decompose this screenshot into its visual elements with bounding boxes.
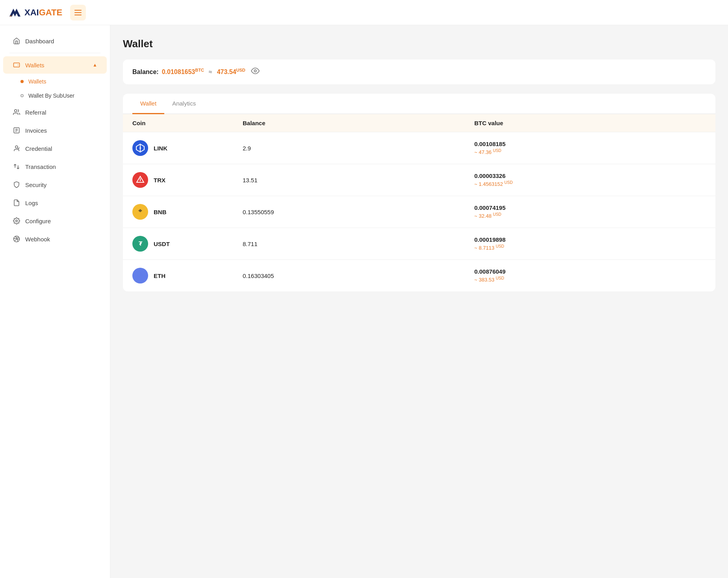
sidebar-label-referral: Referral — [25, 109, 46, 116]
table-row: LINK 2.9 0.00108185 ~ 47.36 USD — [123, 132, 715, 164]
shield-icon — [13, 181, 20, 189]
btc-value-eth: 0.00876049 ~ 383.53 USD — [474, 268, 706, 283]
wallets-expand-icon: ▲ — [93, 62, 97, 68]
wallet-icon — [13, 61, 20, 69]
balance-usd-value: 473.54USD — [217, 68, 245, 76]
sidebar-item-dashboard[interactable]: Dashboard — [3, 32, 107, 50]
sidebar-item-webhook[interactable]: Webhook — [3, 230, 107, 248]
coin-cell-link: LINK — [132, 140, 243, 156]
btc-value-usdt: 0.00019898 ~ 8.7113 USD — [474, 236, 706, 251]
sidebar-item-wallets[interactable]: Wallets ▲ — [3, 56, 107, 74]
balance-value-usdt: 8.711 — [243, 241, 474, 247]
col-balance: Balance — [243, 120, 474, 126]
btc-value-bnb: 0.00074195 ~ 32.48 USD — [474, 204, 706, 219]
btc-main-value: 0.00876049 — [474, 268, 706, 275]
usd-approx-value: ~ 1.4563152 USD — [474, 180, 706, 187]
tabs: Wallet Analytics — [123, 94, 715, 114]
menu-button[interactable] — [70, 5, 86, 20]
coin-logo-eth — [132, 268, 148, 283]
coin-logo-bnb — [132, 204, 148, 220]
balance-label: Balance: — [132, 69, 159, 76]
sidebar-sub-walletbysubuser-label: Wallet By SubUser — [28, 93, 74, 99]
svg-marker-0 — [9, 9, 20, 17]
coin-name-usdt: USDT — [154, 241, 170, 247]
coin-logo-link — [132, 140, 148, 156]
webhook-icon — [13, 235, 20, 243]
sidebar-item-credential[interactable]: Credential — [3, 140, 107, 157]
sidebar-divider-1 — [9, 53, 100, 53]
table-row: BNB 0.13550559 0.00074195 ~ 32.48 USD — [123, 196, 715, 228]
sidebar-item-referral[interactable]: Referral — [3, 104, 107, 121]
table-header: Coin Balance BTC value — [123, 114, 715, 132]
sidebar-label-logs: Logs — [25, 200, 38, 206]
balance-approx: ≈ — [209, 69, 212, 76]
usd-approx-value: ~ 8.7113 USD — [474, 244, 706, 251]
sidebar-label-configure: Configure — [25, 218, 51, 224]
coin-name-bnb: BNB — [154, 209, 167, 215]
sidebar-label-credential: Credential — [25, 145, 52, 152]
svg-point-8 — [15, 146, 18, 148]
credential-icon — [13, 144, 20, 152]
balance-bar: Balance: 0.01081653BTC ≈ 473.54USD — [123, 59, 715, 84]
btc-main-value: 0.00074195 — [474, 204, 706, 211]
sidebar-item-transaction[interactable]: Transaction — [3, 158, 107, 175]
coin-name-eth: ETH — [154, 272, 165, 279]
logo: XAIGATE — [8, 6, 62, 20]
wallets-sub-items: Wallets Wallet By SubUser — [0, 74, 110, 103]
btc-value-link: 0.00108185 ~ 47.36 USD — [474, 141, 706, 155]
svg-text:₮: ₮ — [139, 241, 143, 247]
sidebar-sub-wallets[interactable]: Wallets — [0, 74, 110, 89]
configure-icon — [13, 217, 20, 225]
sidebar-label-dashboard: Dashboard — [25, 38, 54, 44]
sidebar-item-invoices[interactable]: Invoices — [3, 122, 107, 139]
table-row: TRX 13.51 0.00003326 ~ 1.4563152 USD — [123, 164, 715, 196]
sidebar-sub-wallet-by-subuser[interactable]: Wallet By SubUser — [0, 89, 110, 103]
eye-icon[interactable] — [251, 67, 260, 77]
sidebar-sub-wallets-label: Wallets — [28, 78, 46, 85]
sidebar-item-security[interactable]: Security — [3, 176, 107, 193]
col-btcvalue: BTC value — [474, 120, 706, 126]
dot-active — [20, 80, 24, 83]
coin-cell-trx: TRX — [132, 172, 243, 188]
sidebar-label-webhook: Webhook — [25, 236, 50, 243]
logo-xai: XAI — [24, 7, 39, 17]
balance-value-eth: 0.16303405 — [243, 272, 474, 279]
coin-name-link: LINK — [154, 145, 167, 152]
usd-approx-value: ~ 32.48 USD — [474, 212, 706, 219]
usd-approx-value: ~ 47.36 USD — [474, 148, 706, 155]
sidebar-label-security: Security — [25, 182, 46, 188]
sidebar-label-transaction: Transaction — [25, 163, 56, 170]
logs-icon — [13, 199, 20, 207]
tab-wallet[interactable]: Wallet — [132, 94, 164, 114]
usd-approx-value: ~ 383.53 USD — [474, 276, 706, 283]
balance-value-link: 2.9 — [243, 145, 474, 152]
wallet-card: Wallet Analytics Coin Balance BTC value … — [123, 94, 715, 291]
balance-value-bnb: 0.13550559 — [243, 209, 474, 215]
home-icon — [13, 37, 20, 45]
btc-main-value: 0.00003326 — [474, 172, 706, 179]
sidebar-label-wallets: Wallets — [25, 62, 45, 69]
btc-main-value: 0.00108185 — [474, 141, 706, 147]
table-body: LINK 2.9 0.00108185 ~ 47.36 USD TRX 13.5… — [123, 132, 715, 291]
svg-point-3 — [15, 109, 17, 112]
sidebar-item-logs[interactable]: Logs — [3, 194, 107, 211]
table-row: ETH 0.16303405 0.00876049 ~ 383.53 USD — [123, 259, 715, 291]
svg-point-13 — [139, 147, 141, 149]
users-icon — [13, 108, 20, 116]
col-coin: Coin — [132, 120, 243, 126]
logo-gate: GATE — [39, 7, 62, 17]
coin-cell-bnb: BNB — [132, 204, 243, 220]
btc-main-value: 0.00019898 — [474, 236, 706, 243]
svg-point-11 — [254, 70, 256, 72]
btc-value-trx: 0.00003326 ~ 1.4563152 USD — [474, 172, 706, 187]
balance-btc-value: 0.01081653BTC — [162, 68, 204, 76]
sidebar-label-invoices: Invoices — [25, 127, 47, 134]
table-row: ₮ USDT 8.711 0.00019898 ~ 8.7113 USD — [123, 228, 715, 259]
invoices-icon — [13, 126, 20, 134]
dot-outline — [20, 94, 24, 97]
coin-cell-usdt: ₮ USDT — [132, 236, 243, 252]
logo-icon — [8, 6, 22, 20]
sidebar-item-configure[interactable]: Configure — [3, 212, 107, 230]
tab-analytics[interactable]: Analytics — [164, 94, 204, 114]
sidebar: Dashboard Wallets ▲ Wallets Wallet By Su… — [0, 25, 110, 578]
